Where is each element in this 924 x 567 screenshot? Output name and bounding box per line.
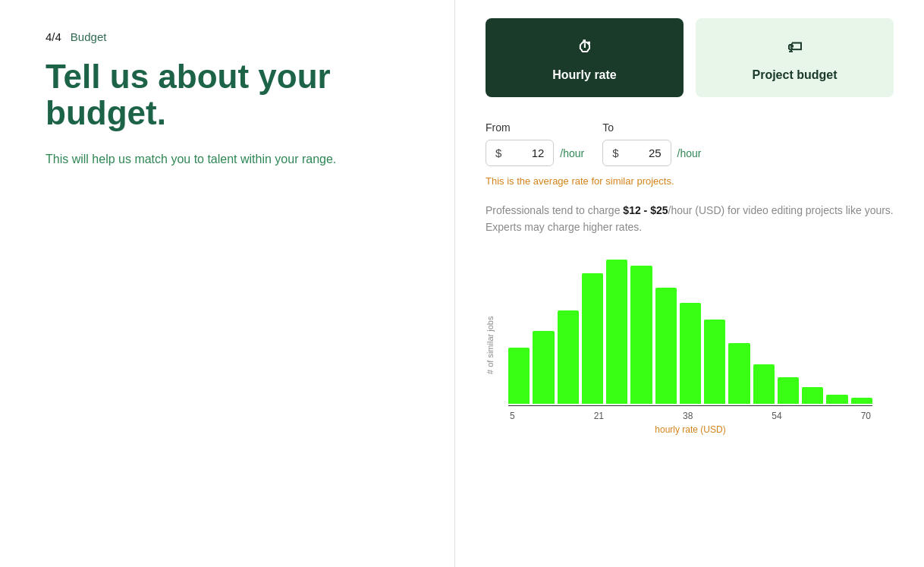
chart-bar (606, 260, 627, 404)
subtitle-text: This will help us match you to talent wi… (46, 150, 409, 169)
to-unit: /hour (677, 147, 702, 159)
chart-bar (851, 398, 872, 403)
chart-bar (753, 364, 775, 403)
to-group: To $ /hour (602, 121, 701, 166)
to-input-box[interactable]: $ (602, 140, 671, 166)
rate-row: From $ /hour To $ /hour (486, 121, 894, 166)
from-unit: /hour (560, 147, 584, 159)
chart-canvas (508, 254, 872, 406)
pro-note-prefix: Professionals tend to charge (486, 204, 623, 216)
chart-bar (704, 320, 725, 403)
chart-x-labels: 5 21 38 54 70 (508, 411, 872, 421)
chart-bar (826, 395, 847, 404)
to-input-wrap: $ /hour (602, 140, 701, 166)
chart-bar (680, 303, 701, 403)
pro-note-range: $12 - $25 (623, 204, 668, 216)
x-tick-1: 21 (594, 411, 604, 421)
from-currency: $ (495, 146, 501, 159)
x-tick-4: 70 (861, 411, 871, 421)
average-note: This is the average rate for similar pro… (486, 175, 894, 187)
from-input-wrap: $ /hour (486, 140, 584, 166)
clock-icon: ⏱ (571, 33, 599, 61)
from-input-box[interactable]: $ (486, 140, 554, 166)
page-title: Tell us about your budget. (46, 58, 409, 132)
to-label: To (602, 121, 701, 134)
from-label: From (486, 121, 584, 134)
chart-bar (655, 288, 677, 404)
x-tick-3: 54 (772, 411, 781, 421)
chart-bar (582, 273, 603, 404)
chart-bar (728, 343, 750, 404)
chart-bar (508, 348, 530, 404)
right-panel: ⏱ Hourly rate 🏷 Project budget From $ /h… (455, 0, 924, 567)
from-value-input[interactable] (506, 146, 544, 159)
project-budget-label: Project budget (752, 68, 837, 82)
tag-icon: 🏷 (781, 33, 809, 61)
chart-area: # of similar jobs 5 21 38 54 70 hourly r… (486, 254, 894, 465)
chart-y-label: # of similar jobs (486, 269, 495, 421)
chart-bar (778, 377, 799, 403)
x-tick-2: 38 (683, 411, 693, 421)
hourly-rate-label: Hourly rate (552, 68, 616, 82)
chart-bar (802, 387, 823, 404)
pro-note: Professionals tend to charge $12 - $25/h… (486, 202, 894, 236)
left-panel: 4/4 Budget Tell us about your budget. Th… (0, 0, 455, 567)
step-category: Budget (71, 30, 107, 43)
rate-section: From $ /hour To $ /hour (486, 121, 894, 187)
option-button-row: ⏱ Hourly rate 🏷 Project budget (486, 18, 894, 97)
chart-x-title: hourly rate (USD) (508, 424, 872, 435)
step-number: 4/4 (46, 30, 61, 43)
from-group: From $ /hour (486, 121, 584, 166)
chart-bar (533, 331, 554, 404)
x-tick-0: 5 (510, 411, 515, 421)
hourly-rate-button[interactable]: ⏱ Hourly rate (486, 18, 684, 97)
project-budget-button[interactable]: 🏷 Project budget (696, 18, 894, 97)
to-currency: $ (612, 146, 618, 159)
chart-bar (630, 266, 652, 403)
chart-bar (558, 310, 579, 404)
step-label: 4/4 Budget (46, 30, 409, 43)
to-value-input[interactable] (624, 146, 662, 159)
